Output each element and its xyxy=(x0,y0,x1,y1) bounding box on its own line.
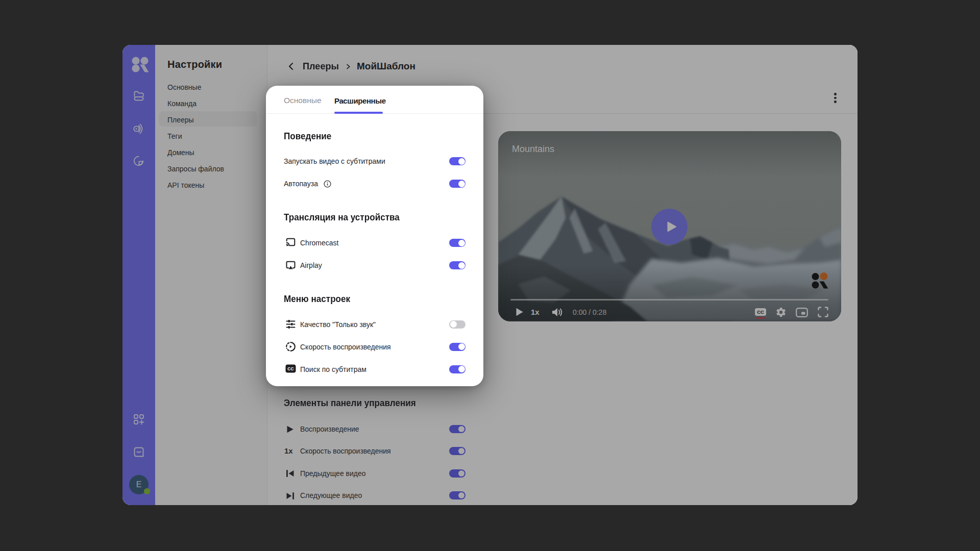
svg-text:CC: CC xyxy=(287,366,293,371)
